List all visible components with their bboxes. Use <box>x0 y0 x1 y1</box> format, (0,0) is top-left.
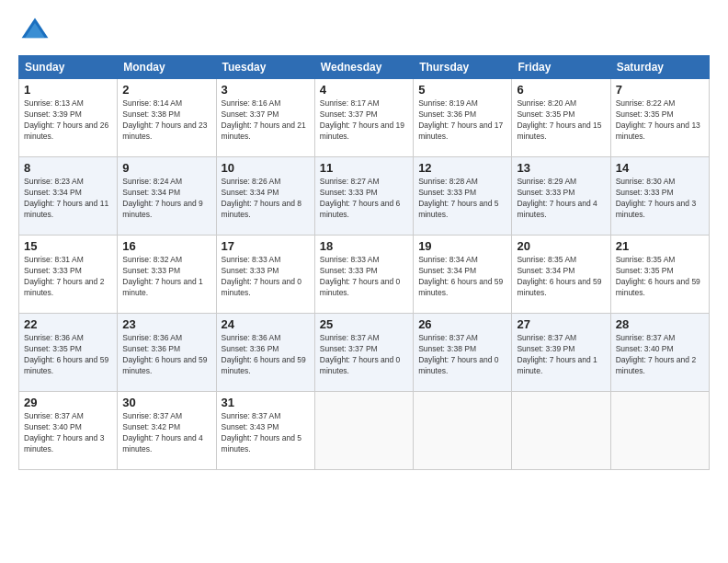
daylight-text: Daylight: 6 hours and 59 minutes. <box>24 355 108 375</box>
sunset-text: Sunset: 3:43 PM <box>222 422 279 431</box>
day-info: Sunrise: 8:37 AMSunset: 3:40 PMDaylight:… <box>24 411 112 455</box>
sunset-text: Sunset: 3:40 PM <box>616 344 674 353</box>
calendar-cell: 2Sunrise: 8:14 AMSunset: 3:38 PMDaylight… <box>118 79 216 157</box>
sunset-text: Sunset: 3:39 PM <box>517 344 574 353</box>
calendar-cell: 16Sunrise: 8:32 AMSunset: 3:33 PMDayligh… <box>118 236 216 314</box>
day-number: 4 <box>320 83 408 97</box>
day-info: Sunrise: 8:36 AMSunset: 3:36 PMDaylight:… <box>122 333 210 377</box>
calendar-cell <box>512 392 610 470</box>
sunrise-text: Sunrise: 8:35 AM <box>616 255 676 264</box>
day-info: Sunrise: 8:26 AMSunset: 3:34 PMDaylight:… <box>222 177 310 221</box>
daylight-text: Daylight: 7 hours and 5 minutes. <box>222 433 301 454</box>
daylight-text: Daylight: 6 hours and 59 minutes. <box>222 355 306 375</box>
sunset-text: Sunset: 3:36 PM <box>222 344 279 353</box>
calendar-header-tuesday: Tuesday <box>216 56 314 79</box>
day-number: 21 <box>616 239 704 253</box>
day-number: 6 <box>517 83 605 97</box>
day-info: Sunrise: 8:37 AMSunset: 3:38 PMDaylight:… <box>418 333 506 377</box>
sunset-text: Sunset: 3:33 PM <box>616 188 674 197</box>
calendar-cell: 15Sunrise: 8:31 AMSunset: 3:33 PMDayligh… <box>19 236 118 314</box>
day-number: 12 <box>418 161 506 175</box>
daylight-text: Daylight: 7 hours and 13 minutes. <box>616 121 700 141</box>
calendar-week-1: 1Sunrise: 8:13 AMSunset: 3:39 PMDaylight… <box>19 79 710 157</box>
daylight-text: Daylight: 7 hours and 4 minutes. <box>122 433 202 454</box>
sunset-text: Sunset: 3:33 PM <box>517 188 574 197</box>
sunset-text: Sunset: 3:34 PM <box>122 188 180 197</box>
day-number: 29 <box>24 396 112 409</box>
day-info: Sunrise: 8:17 AMSunset: 3:37 PMDaylight:… <box>320 98 408 143</box>
day-info: Sunrise: 8:16 AMSunset: 3:37 PMDaylight:… <box>222 98 310 143</box>
daylight-text: Daylight: 7 hours and 19 minutes. <box>320 121 404 141</box>
logo-icon <box>18 15 51 48</box>
daylight-text: Daylight: 6 hours and 59 minutes. <box>418 277 503 297</box>
daylight-text: Daylight: 7 hours and 23 minutes. <box>122 121 207 141</box>
calendar-cell: 26Sunrise: 8:37 AMSunset: 3:38 PMDayligh… <box>414 314 512 392</box>
day-info: Sunrise: 8:37 AMSunset: 3:37 PMDaylight:… <box>320 333 408 377</box>
calendar-cell: 14Sunrise: 8:30 AMSunset: 3:33 PMDayligh… <box>610 157 709 236</box>
day-number: 10 <box>222 161 310 175</box>
daylight-text: Daylight: 7 hours and 3 minutes. <box>24 433 104 454</box>
sunset-text: Sunset: 3:39 PM <box>24 109 82 119</box>
sunrise-text: Sunrise: 8:23 AM <box>24 177 84 186</box>
sunrise-text: Sunrise: 8:16 AM <box>222 98 281 108</box>
day-number: 31 <box>222 396 310 409</box>
daylight-text: Daylight: 7 hours and 4 minutes. <box>517 199 597 219</box>
calendar-header-row: SundayMondayTuesdayWednesdayThursdayFrid… <box>19 56 710 79</box>
sunrise-text: Sunrise: 8:35 AM <box>517 255 576 264</box>
calendar-cell <box>314 392 413 470</box>
day-info: Sunrise: 8:20 AMSunset: 3:35 PMDaylight:… <box>517 98 605 143</box>
sunrise-text: Sunrise: 8:37 AM <box>418 333 478 342</box>
header <box>18 15 710 48</box>
calendar-cell: 25Sunrise: 8:37 AMSunset: 3:37 PMDayligh… <box>314 314 413 392</box>
daylight-text: Daylight: 7 hours and 2 minutes. <box>24 277 104 297</box>
sunrise-text: Sunrise: 8:36 AM <box>122 333 182 342</box>
sunrise-text: Sunrise: 8:17 AM <box>320 98 380 108</box>
page: SundayMondayTuesdayWednesdayThursdayFrid… <box>0 0 728 563</box>
day-info: Sunrise: 8:33 AMSunset: 3:33 PMDaylight:… <box>320 255 408 299</box>
sunrise-text: Sunrise: 8:30 AM <box>616 177 676 186</box>
sunset-text: Sunset: 3:33 PM <box>222 266 279 275</box>
day-info: Sunrise: 8:35 AMSunset: 3:35 PMDaylight:… <box>616 255 704 299</box>
calendar-week-5: 29Sunrise: 8:37 AMSunset: 3:40 PMDayligh… <box>19 392 710 470</box>
calendar-cell: 12Sunrise: 8:28 AMSunset: 3:33 PMDayligh… <box>414 157 512 236</box>
day-info: Sunrise: 8:31 AMSunset: 3:33 PMDaylight:… <box>24 255 112 299</box>
sunrise-text: Sunrise: 8:22 AM <box>616 98 676 108</box>
day-info: Sunrise: 8:37 AMSunset: 3:42 PMDaylight:… <box>122 411 210 455</box>
calendar-table: SundayMondayTuesdayWednesdayThursdayFrid… <box>18 55 710 470</box>
day-number: 9 <box>122 161 210 175</box>
day-info: Sunrise: 8:29 AMSunset: 3:33 PMDaylight:… <box>517 177 605 221</box>
sunrise-text: Sunrise: 8:31 AM <box>24 255 84 264</box>
day-info: Sunrise: 8:19 AMSunset: 3:36 PMDaylight:… <box>418 98 506 143</box>
sunrise-text: Sunrise: 8:20 AM <box>517 98 576 108</box>
calendar-cell: 22Sunrise: 8:36 AMSunset: 3:35 PMDayligh… <box>19 314 118 392</box>
calendar-cell: 5Sunrise: 8:19 AMSunset: 3:36 PMDaylight… <box>414 79 512 157</box>
calendar-cell: 10Sunrise: 8:26 AMSunset: 3:34 PMDayligh… <box>216 157 314 236</box>
day-info: Sunrise: 8:22 AMSunset: 3:35 PMDaylight:… <box>616 98 704 143</box>
sunset-text: Sunset: 3:35 PM <box>616 109 674 119</box>
calendar-header-friday: Friday <box>512 56 610 79</box>
sunset-text: Sunset: 3:33 PM <box>320 188 378 197</box>
day-info: Sunrise: 8:14 AMSunset: 3:38 PMDaylight:… <box>122 98 210 143</box>
day-number: 18 <box>320 239 408 253</box>
sunrise-text: Sunrise: 8:28 AM <box>418 177 478 186</box>
sunset-text: Sunset: 3:42 PM <box>122 422 180 431</box>
daylight-text: Daylight: 7 hours and 6 minutes. <box>320 199 400 219</box>
day-info: Sunrise: 8:32 AMSunset: 3:33 PMDaylight:… <box>122 255 210 299</box>
sunrise-text: Sunrise: 8:27 AM <box>320 177 380 186</box>
calendar-cell: 30Sunrise: 8:37 AMSunset: 3:42 PMDayligh… <box>118 392 216 470</box>
daylight-text: Daylight: 7 hours and 0 minutes. <box>320 277 400 297</box>
day-info: Sunrise: 8:37 AMSunset: 3:40 PMDaylight:… <box>616 333 704 377</box>
calendar-header-sunday: Sunday <box>19 56 118 79</box>
day-number: 2 <box>122 83 210 97</box>
day-number: 17 <box>222 239 310 253</box>
sunset-text: Sunset: 3:37 PM <box>320 109 378 119</box>
sunset-text: Sunset: 3:35 PM <box>24 344 82 353</box>
day-info: Sunrise: 8:33 AMSunset: 3:33 PMDaylight:… <box>222 255 310 299</box>
daylight-text: Daylight: 7 hours and 21 minutes. <box>222 121 306 141</box>
daylight-text: Daylight: 7 hours and 9 minutes. <box>122 199 202 219</box>
day-info: Sunrise: 8:35 AMSunset: 3:34 PMDaylight:… <box>517 255 605 299</box>
calendar-cell: 29Sunrise: 8:37 AMSunset: 3:40 PMDayligh… <box>19 392 118 470</box>
sunset-text: Sunset: 3:38 PM <box>122 109 180 119</box>
day-number: 14 <box>616 161 704 175</box>
day-info: Sunrise: 8:36 AMSunset: 3:36 PMDaylight:… <box>222 333 310 377</box>
